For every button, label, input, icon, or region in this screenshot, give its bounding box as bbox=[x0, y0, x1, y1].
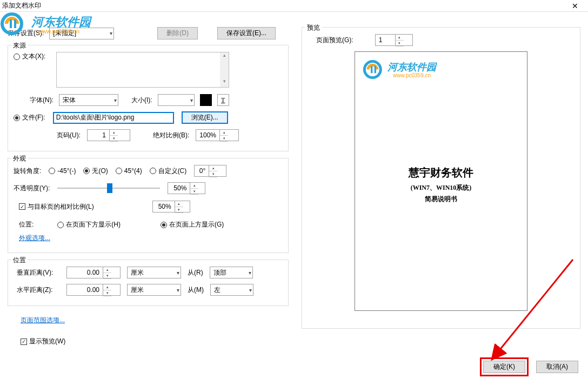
scrollbar[interactable]: ▴▾ bbox=[220, 52, 229, 87]
svg-rect-2 bbox=[14, 19, 16, 28]
font-combo[interactable]: 宋体▾ bbox=[59, 94, 118, 106]
titlebar: 添加文档水印 ✕ bbox=[0, 0, 588, 12]
watermark-url: www.pc0359.cn bbox=[38, 28, 79, 35]
svg-rect-1 bbox=[10, 19, 12, 28]
rotate-label: 旋转角度: bbox=[14, 167, 41, 176]
rot-custom-spinner[interactable]: 0°▴▾ bbox=[194, 165, 226, 177]
window-title: 添加文档水印 bbox=[2, 1, 564, 10]
opacity-spinner[interactable]: 50%▴▾ bbox=[168, 182, 205, 194]
vunit-combo[interactable]: 厘米▾ bbox=[127, 267, 181, 278]
abs-scale-label: 绝对比例(B): bbox=[153, 131, 189, 140]
position-label: 位置: bbox=[19, 220, 34, 229]
page-spinner[interactable]: 1▴▾ bbox=[87, 129, 130, 141]
svg-rect-4 bbox=[371, 66, 372, 73]
file-radio[interactable]: 文件(F): bbox=[14, 113, 45, 122]
hfrom-label: 从(M) bbox=[188, 286, 204, 295]
relscale-spinner[interactable]: 50%▴▾ bbox=[152, 201, 190, 213]
preview-doc-title: 慧宇财务软件 bbox=[355, 165, 527, 180]
show-preview-checkbox[interactable]: ✓显示预览(W) bbox=[21, 337, 65, 346]
delete-button[interactable]: 删除(D) bbox=[157, 27, 198, 39]
text-textarea[interactable]: ▴▾ bbox=[56, 52, 229, 88]
font-label: 字体(N): bbox=[30, 96, 54, 105]
preview-page-label: 页面预览(G): bbox=[316, 36, 353, 45]
vdist-spinner[interactable]: 0.00▴▾ bbox=[66, 267, 121, 278]
abs-scale-spinner[interactable]: 100%▴▾ bbox=[196, 129, 239, 141]
hdist-spinner[interactable]: 0.00▴▾ bbox=[66, 284, 121, 296]
vdist-label: 垂直距离(V): bbox=[17, 268, 60, 277]
hfrom-combo[interactable]: 左▾ bbox=[210, 284, 253, 296]
hunit-combo[interactable]: 厘米▾ bbox=[127, 284, 181, 296]
watermark-overlay: 河东软件园 www.pc0359.cn bbox=[0, 12, 103, 36]
cancel-button[interactable]: 取消(A) bbox=[536, 361, 578, 373]
preview-doc-sub2: 简易说明书 bbox=[355, 195, 527, 204]
svg-rect-5 bbox=[375, 66, 376, 73]
ok-highlight: 确定(K) bbox=[480, 357, 529, 376]
save-settings-button[interactable]: 保存设置(E)... bbox=[217, 27, 276, 39]
pos-above-radio[interactable]: 在页面上方显示(G) bbox=[161, 220, 224, 229]
size-combo[interactable]: ▾ bbox=[158, 94, 195, 106]
rot-none-radio[interactable]: 无(O) bbox=[83, 167, 108, 176]
pos-below-radio[interactable]: 在页面下方显示(H) bbox=[57, 220, 121, 229]
appearance-legend: 外观 bbox=[11, 154, 28, 163]
chevron-down-icon: ▾ bbox=[110, 30, 112, 36]
color-picker[interactable] bbox=[200, 94, 212, 106]
vfrom-combo[interactable]: 顶部▾ bbox=[210, 267, 253, 278]
preview-doc-sub: (WIN7、WIN10系统) bbox=[355, 183, 527, 192]
text-radio[interactable]: 文本(X): bbox=[14, 52, 45, 61]
file-path-input[interactable]: D:\tools\桌面\图片\logo.png bbox=[53, 112, 174, 124]
rot-neg45-radio[interactable]: -45°(-) bbox=[49, 167, 76, 175]
relscale-checkbox[interactable]: ✓与目标页的相对比例(L) bbox=[19, 202, 94, 211]
browse-button[interactable]: 浏览(E)... bbox=[182, 111, 228, 124]
vfrom-label: 从(R) bbox=[188, 268, 203, 277]
position-legend: 位置 bbox=[11, 256, 28, 265]
preview-page: 河东软件园 www.pc0359.cn 慧宇财务软件 (WIN7、WIN10系统… bbox=[355, 51, 527, 311]
page-label: 页码(U): bbox=[57, 131, 81, 140]
close-icon[interactable]: ✕ bbox=[564, 2, 586, 10]
size-label: 大小(I): bbox=[131, 96, 152, 105]
hdist-label: 水平距离(Z): bbox=[17, 286, 60, 295]
opacity-slider[interactable] bbox=[57, 183, 160, 194]
page-range-link[interactable]: 页面范围选项... bbox=[21, 316, 65, 324]
rot-custom-radio[interactable]: 自定义(C) bbox=[150, 167, 187, 176]
opacity-label: 不透明度(Y): bbox=[14, 184, 50, 193]
preview-page-spinner[interactable]: 1▴▾ bbox=[375, 34, 413, 46]
rot-45-radio[interactable]: 45°(4) bbox=[116, 167, 142, 175]
underline-button[interactable]: T bbox=[217, 94, 229, 106]
ok-button[interactable]: 确定(K) bbox=[483, 361, 525, 373]
preview-watermark-logo: 河东软件园 www.pc0359.cn bbox=[363, 59, 390, 82]
appearance-options-link[interactable]: 外观选项... bbox=[19, 234, 50, 243]
source-legend: 来源 bbox=[11, 41, 28, 50]
preview-legend: 预览 bbox=[305, 23, 322, 32]
